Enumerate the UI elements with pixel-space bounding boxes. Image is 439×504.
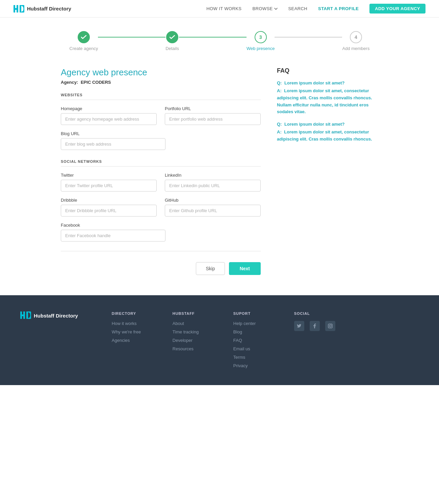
footer-col-support: SUPORT Help center Blog FAQ Email us Ter… xyxy=(233,311,274,372)
nav-add-agency[interactable]: ADD YOUR AGENCY xyxy=(369,4,425,14)
next-button[interactable]: Next xyxy=(229,262,261,275)
homepage-input[interactable] xyxy=(61,113,157,125)
social-section-label: SOCIAL NETWORKS xyxy=(61,159,261,167)
svg-rect-6 xyxy=(23,311,25,319)
logo-icon xyxy=(14,5,24,12)
faq-a-prefix-1: A: xyxy=(277,88,282,93)
form-area: Agency web presence Agency: EPIC CODERS … xyxy=(61,67,378,275)
linkedin-label: LinkedIn xyxy=(165,173,261,178)
footer-logo: Hubstaff Directory xyxy=(20,311,78,320)
step-web-presence: 3 Web presence xyxy=(247,31,275,51)
dribbble-input[interactable] xyxy=(61,205,157,217)
websites-row-1: Homepage Portfolio URL xyxy=(61,106,261,125)
faq-item-2: Q: Lorem ipsum dolor sit amet? A: Lorem … xyxy=(277,122,378,143)
svg-rect-3 xyxy=(20,5,21,12)
footer-logo-icon xyxy=(20,311,31,320)
github-input[interactable] xyxy=(165,205,261,217)
facebook-social-icon[interactable] xyxy=(310,321,320,331)
linkedin-field-group: LinkedIn xyxy=(165,173,261,192)
faq-a-2: A: Lorem ipsum dolor sit amet, consectet… xyxy=(277,129,378,143)
homepage-field-group: Homepage xyxy=(61,106,157,125)
footer-link-time-tracking[interactable]: Time tracking xyxy=(173,329,213,334)
footer-col-directory-title: DIRECTORY xyxy=(112,311,152,316)
nav-start-profile[interactable]: START A PROFILE xyxy=(318,6,359,11)
facebook-field-group: Facebook xyxy=(61,223,165,242)
footer-link-email-us[interactable]: Email us xyxy=(233,346,274,351)
step-add-members: 4 Add members xyxy=(342,31,369,51)
footer-col-hubstaff-title: HUBSTAFF xyxy=(173,311,213,316)
footer-link-blog[interactable]: Blog xyxy=(233,329,274,334)
websites-section-label: WEBSITES xyxy=(61,93,261,100)
faq-a-text-2: Lorem ipsum dolor sit amet, consectetur … xyxy=(277,129,372,142)
footer-social-icons xyxy=(294,321,335,331)
footer-link-faq[interactable]: FAQ xyxy=(233,338,274,343)
faq-panel: FAQ Q: Lorem ipsum dolor sit amet? A: Lo… xyxy=(277,67,378,275)
header-logo[interactable]: Hubstaff Directory xyxy=(14,5,71,12)
websites-row-2: Blog URL xyxy=(61,131,261,150)
twitter-field-group: Twitter xyxy=(61,173,157,192)
footer-link-resources[interactable]: Resources xyxy=(173,346,213,351)
footer-link-terms[interactable]: Terms xyxy=(233,355,274,360)
facebook-label: Facebook xyxy=(61,223,165,228)
agency-prefix: Agency: xyxy=(61,80,78,85)
faq-a-text-1: Lorem ipsum dolor sit amet, consectetur … xyxy=(277,88,372,114)
step-connector-3 xyxy=(275,37,342,37)
skip-button[interactable]: Skip xyxy=(196,262,225,275)
twitter-input[interactable] xyxy=(61,180,157,192)
footer-link-about[interactable]: About xyxy=(173,321,213,326)
footer-link-privacy[interactable]: Privacy xyxy=(233,363,274,368)
step-connector-2 xyxy=(179,37,247,37)
form-left: Agency web presence Agency: EPIC CODERS … xyxy=(61,67,261,275)
svg-rect-7 xyxy=(26,311,28,319)
footer-inner: Hubstaff Directory DIRECTORY How it work… xyxy=(20,311,419,372)
facebook-input[interactable] xyxy=(61,230,165,242)
nav-search[interactable]: SEARCH xyxy=(288,6,308,11)
faq-a-1: A: Lorem ipsum dolor sit amet, consectet… xyxy=(277,87,378,116)
header-logo-text: Hubstaff Directory xyxy=(27,6,71,11)
social-row-2: Dribbble GitHub xyxy=(61,198,261,217)
step-connector-1 xyxy=(98,37,165,37)
faq-item-1: Q: Lorem ipsum dolor sit amet? A: Lorem … xyxy=(277,80,378,116)
portfolio-input[interactable] xyxy=(165,113,261,125)
footer-col-social-title: SOCIAL xyxy=(294,311,335,316)
footer: Hubstaff Directory DIRECTORY How it work… xyxy=(0,295,439,385)
footer-link-agencies[interactable]: Agencies xyxy=(112,338,152,343)
portfolio-field-group: Portfolio URL xyxy=(165,106,261,125)
step-create-agency: Create agency xyxy=(70,31,98,51)
faq-a-prefix-2: A: xyxy=(277,129,282,134)
homepage-label: Homepage xyxy=(61,106,157,111)
svg-rect-2 xyxy=(17,5,18,12)
main-content: Create agency Details 3 Web presence 4 A… xyxy=(47,18,392,295)
footer-link-developer[interactable]: Developer xyxy=(173,338,213,343)
agency-label: Agency: EPIC CODERS xyxy=(61,80,261,85)
footer-link-how-it-works[interactable]: How it works xyxy=(112,321,152,326)
agency-name: EPIC CODERS xyxy=(81,80,111,85)
dribbble-field-group: Dribbble xyxy=(61,198,157,217)
blog-input[interactable] xyxy=(61,138,165,150)
faq-q-prefix-1: Q: xyxy=(277,80,282,85)
header-nav: HOW IT WORKS BROWSE SEARCH START A PROFI… xyxy=(206,4,425,14)
step-label-1: Create agency xyxy=(70,46,98,51)
footer-link-why-free[interactable]: Why we're free xyxy=(112,329,152,334)
step-circle-1 xyxy=(78,31,90,43)
svg-point-9 xyxy=(329,325,331,327)
linkedin-input[interactable] xyxy=(165,180,261,192)
footer-col-directory: DIRECTORY How it works Why we're free Ag… xyxy=(112,311,152,346)
instagram-social-icon[interactable] xyxy=(325,321,335,331)
footer-link-help-center[interactable]: Help center xyxy=(233,321,274,326)
twitter-social-icon[interactable] xyxy=(294,321,304,331)
button-row: Skip Next xyxy=(61,262,261,275)
faq-q-1: Q: Lorem ipsum dolor sit amet? xyxy=(277,80,378,85)
faq-q-text-2: Lorem ipsum dolor sit amet? xyxy=(284,122,344,127)
faq-q-prefix-2: Q: xyxy=(277,122,282,127)
blog-label: Blog URL xyxy=(61,131,165,136)
nav-browse[interactable]: BROWSE xyxy=(252,6,277,11)
step-circle-2 xyxy=(166,31,178,43)
nav-how-it-works[interactable]: HOW IT WORKS xyxy=(206,6,241,11)
footer-col-social: SOCIAL xyxy=(294,311,335,331)
form-divider xyxy=(61,251,261,251)
portfolio-label: Portfolio URL xyxy=(165,106,261,111)
twitter-label: Twitter xyxy=(61,173,157,178)
chevron-down-icon xyxy=(274,8,278,10)
faq-q-text-1: Lorem ipsum dolor sit amet? xyxy=(284,80,344,85)
